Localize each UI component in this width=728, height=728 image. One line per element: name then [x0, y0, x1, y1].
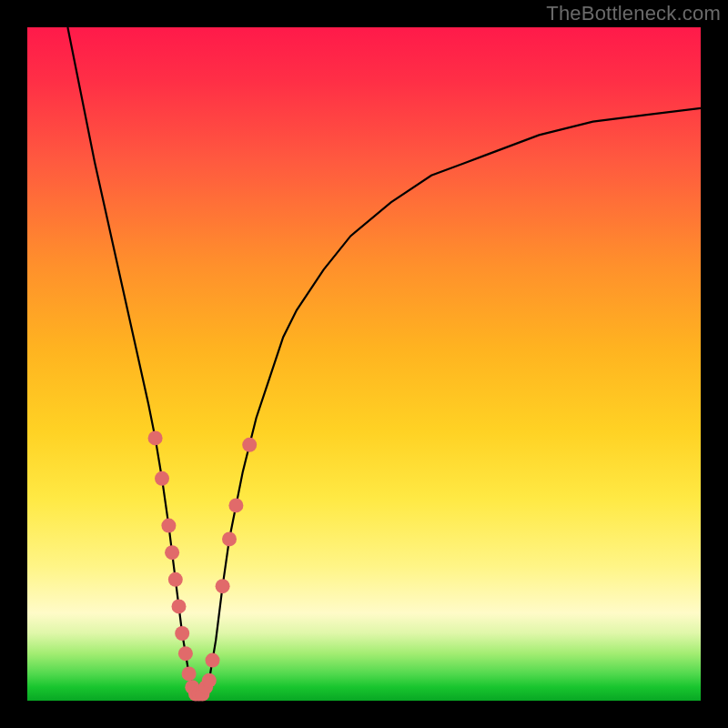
plot-area: [27, 27, 701, 701]
curve-marker: [148, 430, 163, 445]
marker-group: [148, 430, 258, 701]
curve-marker: [222, 531, 237, 546]
curve-marker: [202, 673, 217, 688]
curve-marker: [165, 545, 179, 560]
curve-marker: [206, 653, 220, 668]
curve-marker: [155, 471, 169, 486]
curve-marker: [216, 579, 230, 593]
curve-layer: [27, 27, 701, 701]
curve-marker: [172, 599, 187, 613]
curve-marker: [161, 519, 176, 533]
curve-marker: [178, 646, 193, 661]
watermark: TheBottleneck.com: [546, 2, 721, 25]
curve-marker: [182, 666, 197, 681]
curve-marker: [168, 572, 183, 587]
chart-container: TheBottleneck.com: [0, 0, 728, 728]
curve-marker: [228, 498, 243, 512]
curve-marker: [175, 626, 189, 641]
bottleneck-curve: [67, 27, 701, 694]
curve-marker: [242, 438, 257, 452]
